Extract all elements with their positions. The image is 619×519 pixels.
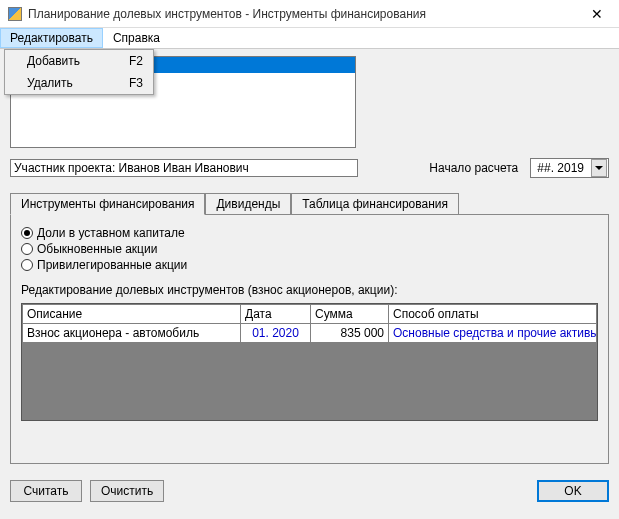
menu-help[interactable]: Справка [103,28,170,48]
chevron-down-icon[interactable] [591,159,607,177]
radio-capital-shares[interactable]: Доли в уставном капитале [21,225,598,241]
col-date[interactable]: Дата [241,305,311,324]
window-title: Планирование долевых инструментов - Инст… [28,7,583,21]
calc-start-label: Начало расчета [429,161,518,175]
tab-instruments[interactable]: Инструменты финансирования [10,193,205,215]
instruments-subtitle: Редактирование долевых инструментов (взн… [21,283,598,297]
radio-preferred-shares[interactable]: Привилегированные акции [21,257,598,273]
radio-label: Обыкновенные акции [37,242,157,256]
table-row[interactable]: Взнос акционера - автомобиль 01. 2020 83… [23,324,597,343]
edit-dropdown: Добавить F2 Удалить F3 [4,49,154,95]
menu-add[interactable]: Добавить F2 [5,50,153,72]
share-type-group: Доли в уставном капитале Обыкновенные ак… [21,225,598,273]
calculate-button[interactable]: Считать [10,480,82,502]
radio-label: Доли в уставном капитале [37,226,185,240]
radio-common-shares[interactable]: Обыкновенные акции [21,241,598,257]
calc-start-select[interactable]: ##. 2019 [530,158,609,178]
menu-delete-label: Удалить [27,76,73,90]
calc-start-value: ##. 2019 [531,161,590,175]
radio-icon [21,227,33,239]
col-description[interactable]: Описание [23,305,241,324]
title-bar: Планирование долевых инструментов - Инст… [0,0,619,28]
menu-add-label: Добавить [27,54,80,68]
menu-edit[interactable]: Редактировать [0,28,103,48]
menu-delete[interactable]: Удалить F3 [5,72,153,94]
instruments-table[interactable]: Описание Дата Сумма Способ оплаты Взнос … [22,304,597,343]
radio-label: Привилегированные акции [37,258,187,272]
instruments-table-wrap: Описание Дата Сумма Способ оплаты Взнос … [21,303,598,421]
tab-strip: Инструменты финансирования Дивиденды Таб… [10,192,609,214]
menu-bar: Редактировать Справка [0,28,619,49]
menu-delete-shortcut: F3 [129,76,143,90]
tab-panel: Доли в уставном капитале Обыкновенные ак… [10,214,609,464]
dialog-footer: Считать Очистить OK [0,472,619,510]
clear-button[interactable]: Очистить [90,480,164,502]
menu-add-shortcut: F2 [129,54,143,68]
cell-date[interactable]: 01. 2020 [241,324,311,343]
cell-method[interactable]: Основные средства и прочие активы [389,324,597,343]
radio-icon [21,259,33,271]
tab-dividends[interactable]: Дивиденды [205,193,291,214]
table-header-row: Описание Дата Сумма Способ оплаты [23,305,597,324]
col-method[interactable]: Способ оплаты [389,305,597,324]
radio-icon [21,243,33,255]
close-icon[interactable]: ✕ [583,4,611,24]
cell-description[interactable]: Взнос акционера - автомобиль [23,324,241,343]
ok-button[interactable]: OK [537,480,609,502]
cell-sum[interactable]: 835 000 [311,324,389,343]
col-sum[interactable]: Сумма [311,305,389,324]
tab-financing-table[interactable]: Таблица финансирования [291,193,459,214]
participant-field: Участник проекта: Иванов Иван Иванович [10,159,358,177]
app-icon [8,7,22,21]
